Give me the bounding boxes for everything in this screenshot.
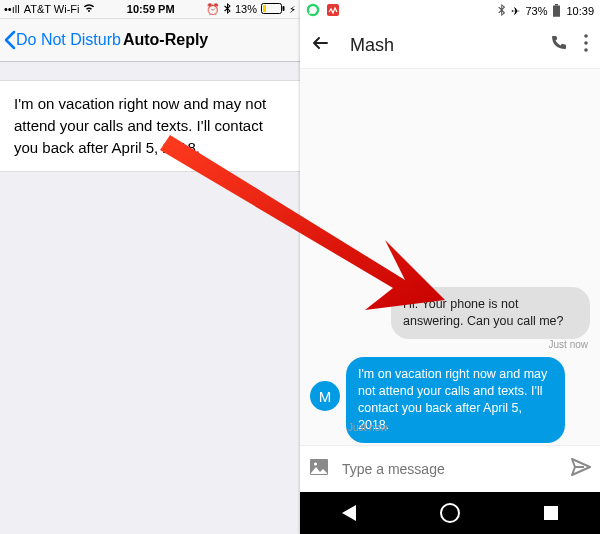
android-pane: ✈ 73% 10:39 Mash Hi. Your phone is not a… <box>300 0 600 534</box>
android-nav-bar <box>300 492 600 534</box>
compose-input[interactable] <box>340 460 560 478</box>
incoming-timestamp: Just now <box>549 339 588 350</box>
svg-point-8 <box>584 34 588 38</box>
image-icon <box>308 456 330 478</box>
carrier-label: AT&T Wi-Fi <box>24 3 80 15</box>
message-composer <box>300 445 600 492</box>
page-title: Auto-Reply <box>123 31 208 49</box>
phone-icon <box>548 33 568 53</box>
svg-point-10 <box>584 48 588 52</box>
back-label: Do Not Disturb <box>16 31 121 49</box>
whatsapp-icon <box>306 3 320 19</box>
call-button[interactable] <box>542 27 574 63</box>
more-button[interactable] <box>574 28 590 62</box>
alarm-icon: ⏰ <box>206 3 220 16</box>
app-icon <box>326 3 340 19</box>
ios-pane: ••ıll AT&T Wi-Fi 10:59 PM ⏰ 13% ⚡︎ <box>0 0 300 534</box>
bluetooth-icon <box>224 3 231 16</box>
send-icon <box>570 456 592 478</box>
back-button[interactable]: Do Not Disturb <box>0 30 121 50</box>
ios-status-bar: ••ıll AT&T Wi-Fi 10:59 PM ⏰ 13% ⚡︎ <box>0 0 300 19</box>
nav-back-button[interactable] <box>342 505 356 521</box>
battery-icon <box>261 3 285 16</box>
battery-pct: 13% <box>235 3 257 15</box>
chevron-left-icon <box>2 30 16 50</box>
status-time: 10:59 PM <box>127 3 175 15</box>
nav-home-button[interactable] <box>440 503 460 523</box>
bluetooth-icon <box>498 4 506 18</box>
battery-pct: 73% <box>525 5 547 17</box>
incoming-message-bubble[interactable]: Hi. Your phone is not answering. Can you… <box>391 287 590 339</box>
wifi-icon <box>83 3 95 15</box>
nav-recent-button[interactable] <box>544 506 558 520</box>
android-toolbar: Mash <box>300 22 600 69</box>
svg-point-12 <box>314 462 317 465</box>
svg-rect-1 <box>282 6 284 11</box>
svg-rect-2 <box>263 5 266 12</box>
auto-reply-text-cell[interactable]: I'm on vacation right now and may not at… <box>0 80 300 172</box>
arrow-left-icon <box>310 33 330 53</box>
android-status-bar: ✈ 73% 10:39 <box>300 0 600 22</box>
signal-icon: ••ıll <box>4 3 20 15</box>
ios-nav-bar: Do Not Disturb Auto-Reply <box>0 19 300 62</box>
more-vert-icon <box>584 34 588 52</box>
charging-icon: ⚡︎ <box>289 4 296 15</box>
back-button[interactable] <box>310 33 330 57</box>
conversation-body[interactable]: Hi. Your phone is not answering. Can you… <box>300 69 600 445</box>
avatar[interactable]: M <box>310 381 340 411</box>
attach-image-button[interactable] <box>308 456 330 482</box>
battery-icon <box>552 4 561 19</box>
send-button[interactable] <box>570 456 592 482</box>
status-time: 10:39 <box>566 5 594 17</box>
outgoing-timestamp: Just now <box>348 422 387 433</box>
svg-rect-5 <box>555 4 558 6</box>
ios-content: I'm on vacation right now and may not at… <box>0 62 300 534</box>
conversation-title: Mash <box>350 35 542 56</box>
airplane-icon: ✈ <box>511 5 520 18</box>
svg-point-9 <box>584 41 588 45</box>
svg-rect-7 <box>553 9 560 17</box>
